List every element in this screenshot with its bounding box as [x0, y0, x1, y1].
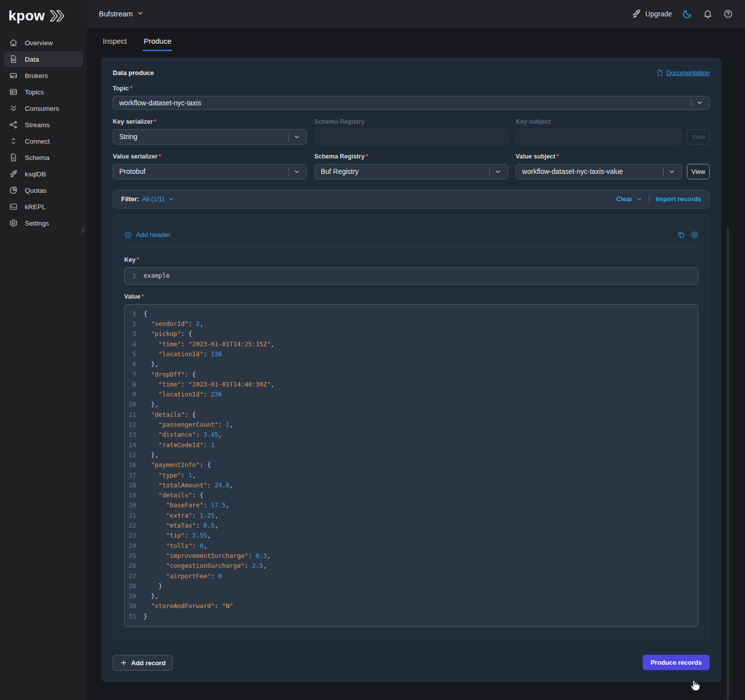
line-number: 23	[125, 531, 144, 541]
sidebar-item-streams[interactable]: Streams	[4, 117, 83, 133]
chevron-down-icon	[494, 168, 502, 175]
line-number: 30	[125, 601, 144, 611]
line-number: 18	[125, 480, 144, 490]
line-number: 31	[125, 612, 144, 622]
clear-button[interactable]: Clear	[616, 195, 644, 203]
line-number: 1	[125, 309, 144, 319]
value-subject-select[interactable]: workflow-dataset-nyc-taxis-value	[516, 164, 682, 179]
code-line: 11 "details": {	[125, 410, 698, 420]
sidebar-item-krepl[interactable]: kREPL	[4, 199, 83, 215]
code-line: 16 "paymentInfo": {	[125, 460, 698, 470]
upgrade-label: Upgrade	[645, 10, 672, 18]
code-line: 22 "mtaTax": 0.5,	[125, 521, 698, 531]
topic-select[interactable]: workflow-dataset-nyc-taxis	[113, 96, 710, 110]
key-serializer-select[interactable]: String	[113, 129, 307, 145]
sidebar-item-schema[interactable]: Schema	[4, 150, 83, 165]
kpow-logo[interactable]: kpow	[0, 0, 87, 33]
line-number: 29	[125, 591, 144, 601]
line-number: 8	[125, 380, 144, 389]
key-editor-label: Key*	[124, 256, 698, 263]
sidebar-item-connect[interactable]: Connect	[4, 133, 83, 149]
upgrade-button[interactable]: Upgrade	[631, 9, 672, 19]
produce-records-button[interactable]: Produce records	[643, 655, 710, 670]
code-line: 8 "time": "2023-01-01T14:40:30Z",	[125, 380, 698, 389]
import-records-button[interactable]: Import records	[656, 195, 701, 203]
sidebar-item-overview[interactable]: Overview	[4, 35, 83, 51]
doc-icon	[9, 153, 18, 162]
duplicate-record-icon[interactable]	[677, 231, 685, 238]
line-number: 9	[125, 389, 144, 399]
code-line: 13 "distance": 3.45,	[125, 430, 698, 440]
sidebar-item-quotas[interactable]: Quotas	[4, 182, 83, 198]
sidebar-nav: Overview Data Brokers Topics Consumers S…	[0, 33, 87, 233]
chevron-down-icon[interactable]	[167, 195, 175, 203]
code-line: 1 {	[125, 309, 698, 319]
code-line: 15 },	[125, 450, 698, 460]
help-icon[interactable]	[723, 9, 733, 19]
document-icon	[656, 69, 664, 77]
notifications-bell-icon[interactable]	[703, 9, 713, 19]
remove-record-icon[interactable]	[691, 231, 698, 238]
value-editor-label: Value*	[124, 293, 698, 300]
code-line: 17 "type": 1,	[125, 470, 698, 480]
documentation-link[interactable]: Documentation	[656, 69, 710, 77]
code-line: 20 "baseFare": 17.5,	[125, 500, 698, 510]
value-subject-view-button[interactable]: View	[687, 164, 710, 179]
scrollbar[interactable]	[727, 228, 729, 700]
topbar: Bufstream Upgrade	[87, 0, 745, 27]
line-number: 2	[125, 319, 144, 329]
chevron-down-icon	[137, 9, 144, 18]
sidebar-item-brokers[interactable]: Brokers	[4, 68, 83, 83]
code-line: 7 "dropOff": {	[125, 370, 698, 380]
line-number: 3	[125, 329, 144, 339]
key-subject-view-button: View	[687, 129, 710, 145]
share-icon	[9, 120, 18, 129]
key-editor[interactable]: 1 example	[124, 267, 698, 285]
sidebar-item-ksqldb[interactable]: ksqlDB	[4, 166, 83, 182]
code-line: 10 },	[125, 399, 698, 409]
sidebar-item-data[interactable]: Data	[4, 51, 83, 67]
sidebar-item-consumers[interactable]: Consumers	[4, 100, 83, 116]
rocket-icon	[631, 9, 641, 19]
theme-moon-icon[interactable]	[682, 9, 692, 19]
code-line: 29 },	[125, 591, 698, 601]
tab-produce[interactable]: Produce	[144, 37, 171, 51]
sidebar-collapse-icon[interactable]: ❯	[80, 227, 85, 233]
code-line: 24 "tolls": 0,	[125, 541, 698, 551]
value-schema-registry-select[interactable]: Buf Registry	[314, 164, 509, 179]
add-record-button[interactable]: Add record	[113, 655, 173, 671]
line-number: 15	[125, 450, 144, 460]
code-line: 23 "tip": 3.55,	[125, 531, 698, 541]
code-line: 28 }	[125, 581, 698, 591]
cluster-name: Bufstream	[99, 9, 133, 18]
tabs: Inspect Produce	[87, 27, 745, 51]
code-line: 31 }	[125, 612, 698, 622]
chevron-down-icon	[293, 168, 300, 175]
value-editor[interactable]: 1 { 2 "vendorId": 2, 3 "pickup": { 4 "ti…	[124, 304, 698, 627]
line-number: 19	[125, 490, 144, 500]
code-line: 25 "improvementSurcharge": 0.3,	[125, 551, 698, 561]
value-schema-registry-label: Schema Registry*	[314, 153, 509, 160]
kpow-logo-text: kpow	[8, 8, 45, 24]
add-header-button[interactable]: Add header	[124, 231, 171, 239]
gear-icon	[9, 219, 18, 228]
code-line: 2 "vendorId": 2,	[125, 319, 698, 329]
code-line: 4 "time": "2023-01-01T14:25:15Z",	[125, 339, 698, 349]
sidebar-item-settings[interactable]: Settings	[4, 215, 83, 231]
line-number: 5	[125, 349, 144, 359]
tab-inspect[interactable]: Inspect	[103, 37, 127, 51]
chevron-down-icon	[293, 133, 300, 141]
filter-value[interactable]: All (1/1)	[142, 195, 164, 203]
cluster-selector[interactable]: Bufstream	[99, 9, 144, 18]
code-line: 1 example	[125, 271, 698, 281]
value-serializer-select[interactable]: Protobuf	[113, 164, 307, 179]
data-produce-panel: Data produce Documentation Topic* workfl…	[101, 58, 721, 682]
sidebar-item-topics[interactable]: Topics	[4, 84, 83, 100]
code-line: 21 "extra": 1.25,	[125, 511, 698, 521]
code-line: 18 "totalAmount": 24.8,	[125, 480, 698, 490]
line-number: 20	[125, 500, 144, 510]
panel-title: Data produce	[113, 69, 154, 77]
code-line: 19 "details": {	[125, 490, 698, 500]
line-number: 12	[125, 420, 144, 430]
key-serializer-label: Key serializer*	[113, 118, 307, 125]
